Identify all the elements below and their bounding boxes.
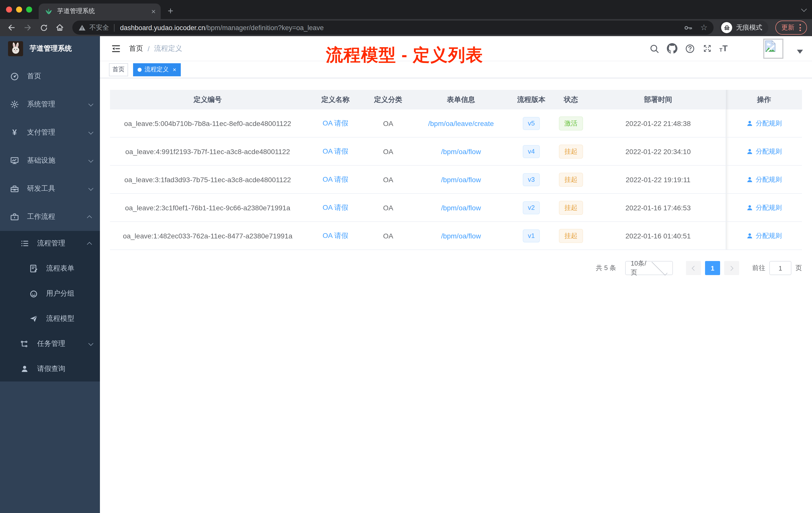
version-badge: v5 — [523, 117, 540, 130]
new-tab-button[interactable]: + — [168, 5, 173, 17]
table-body: oa_leave:5:004b710b-7b8a-11ec-8ef0-acde4… — [110, 110, 802, 250]
url-text[interactable]: dashboard.yudao.iocoder.cn/bpm/manager/d… — [120, 24, 683, 31]
column-header-definition-name: 定义名称 — [305, 90, 366, 110]
sidebar-item-workflow[interactable]: 工作流程 — [0, 203, 100, 231]
home-icon[interactable] — [53, 21, 66, 34]
tab-close-icon[interactable]: × — [151, 7, 156, 15]
breadcrumb-home[interactable]: 首页 — [129, 44, 143, 53]
definition-name-link[interactable]: OA 请假 — [323, 231, 348, 240]
search-icon[interactable] — [649, 43, 659, 54]
status-badge: 激活 — [559, 116, 583, 130]
form-info-link[interactable]: /bpm/oa/flow — [441, 232, 481, 240]
goto-unit-label: 页 — [795, 264, 802, 273]
page-size-select[interactable]: 10条/页 — [625, 261, 673, 275]
assign-rule-link[interactable]: 分配规则 — [746, 231, 782, 240]
sidebar-item-infrastructure[interactable]: 基础设施 — [0, 147, 100, 175]
tab-search-chevron-icon[interactable] — [801, 6, 807, 12]
table-row: oa_leave:4:991f2193-7b7f-11ec-a3c8-acde4… — [110, 138, 802, 165]
menu-kebab-icon[interactable] — [800, 24, 801, 31]
form-info-link[interactable]: /bpm/oa/leave/create — [428, 119, 494, 127]
address-bar[interactable]: 不安全 dashboard.yudao.iocoder.cn/bpm/manag… — [72, 21, 714, 35]
assign-rule-link[interactable]: 分配规则 — [746, 147, 782, 156]
sidebar-item-process-management[interactable]: 流程管理 — [0, 231, 100, 256]
definition-name-link[interactable]: OA 请假 — [323, 147, 348, 156]
monitor-icon — [10, 156, 19, 165]
github-icon[interactable] — [667, 43, 677, 54]
assign-rule-link[interactable]: 分配规则 — [746, 203, 782, 212]
sidebar-item-dev-tools[interactable]: 研发工具 — [0, 175, 100, 203]
goto-page-input[interactable] — [769, 261, 791, 275]
chevron-down-icon — [88, 340, 93, 345]
browser-tab[interactable]: 芋道管理系统 × — [39, 3, 161, 19]
incognito-icon — [721, 22, 732, 33]
tag-process-definition[interactable]: 流程定义 × — [133, 63, 181, 76]
user-icon — [746, 232, 753, 239]
sidebar-item-process-model[interactable]: 流程模型 — [0, 306, 100, 331]
sidebar-item-home[interactable]: 首页 — [0, 62, 100, 90]
update-button[interactable]: 更新 — [775, 21, 807, 35]
browser-window: 芋道管理系统 × + 不安全 dashboard.yudao.iocoder.c… — [0, 0, 812, 513]
sidebar-collapse-icon[interactable] — [111, 43, 121, 54]
sidebar-item-process-form[interactable]: 流程表单 — [0, 256, 100, 281]
page-number-1[interactable]: 1 — [705, 261, 720, 275]
cell-definition-id: oa_leave:2:3c1f0ef1-76b1-11ec-9c66-a2380… — [110, 194, 305, 221]
maximize-window-button[interactable] — [26, 6, 32, 12]
sidebar-item-payment-management[interactable]: ¥ 支付管理 — [0, 118, 100, 147]
avatar-dropdown-caret-icon[interactable] — [797, 50, 803, 54]
chevron-down-icon — [88, 101, 93, 106]
chevron-down-icon — [88, 129, 93, 134]
pagination: 共 5 条 10条/页 1 前往 页 — [110, 261, 802, 275]
sidebar-item-system-management[interactable]: 系统管理 — [0, 90, 100, 118]
bookmark-star-icon[interactable]: ☆ — [700, 24, 707, 32]
forward-icon[interactable] — [21, 21, 34, 34]
send-icon — [29, 314, 38, 323]
cell-definition-id: oa_leave:3:1fad3d93-7b75-11ec-a3c8-acde4… — [110, 165, 305, 193]
close-window-button[interactable] — [6, 6, 12, 12]
tag-close-icon[interactable]: × — [173, 66, 176, 73]
definition-name-link[interactable]: OA 请假 — [323, 203, 348, 212]
top-header: 首页 / 流程定义 流程模型 - 定义列表 — [100, 36, 812, 61]
next-page-button[interactable] — [724, 261, 739, 275]
cell-category: OA — [366, 194, 411, 221]
column-header-actions: 操作 — [726, 90, 802, 110]
font-size-icon[interactable]: TT — [719, 44, 728, 53]
tag-home[interactable]: 首页 — [109, 63, 128, 76]
sidebar-item-task-management[interactable]: 任务管理 — [0, 331, 100, 356]
robot-icon — [29, 289, 38, 298]
assign-rule-link[interactable]: 分配规则 — [746, 175, 782, 184]
gear-icon — [10, 100, 19, 109]
app-logo-row[interactable]: 芋道管理系统 — [0, 36, 100, 61]
user-icon — [746, 120, 753, 127]
prev-page-button[interactable] — [686, 261, 701, 275]
cell-category: OA — [366, 138, 411, 165]
sidebar-item-user-group[interactable]: 用户分组 — [0, 281, 100, 306]
breadcrumb-current: 流程定义 — [154, 44, 182, 53]
user-icon — [746, 176, 753, 183]
password-key-icon[interactable] — [683, 23, 693, 32]
definition-name-link[interactable]: OA 请假 — [323, 175, 348, 184]
minimize-window-button[interactable] — [16, 6, 22, 12]
back-icon[interactable] — [5, 21, 18, 34]
definition-name-link[interactable]: OA 请假 — [323, 119, 348, 128]
version-badge: v3 — [523, 173, 540, 186]
avatar[interactable] — [763, 38, 783, 58]
column-header-form-info: 表单信息 — [411, 90, 511, 110]
sidebar-item-leave-query[interactable]: 请假查询 — [0, 356, 100, 382]
assign-rule-link[interactable]: 分配规则 — [746, 119, 782, 128]
reload-icon[interactable] — [37, 21, 50, 34]
table-row: oa_leave:1:482ec033-762a-11ec-8477-a2380… — [110, 222, 802, 250]
form-info-link[interactable]: /bpm/oa/flow — [441, 204, 481, 212]
chevron-right-icon — [728, 266, 733, 271]
cell-definition-id: oa_leave:5:004b710b-7b8a-11ec-8ef0-acde4… — [110, 110, 305, 137]
column-header-category: 定义分类 — [366, 90, 411, 110]
form-info-link[interactable]: /bpm/oa/flow — [441, 175, 481, 183]
version-badge: v4 — [523, 145, 540, 158]
security-label[interactable]: 不安全 — [89, 23, 109, 32]
fullscreen-icon[interactable] — [702, 44, 712, 53]
help-icon[interactable] — [685, 43, 695, 54]
tab-strip: 芋道管理系统 × + — [0, 0, 812, 19]
cell-deploy-time: 2022-01-16 17:46:53 — [590, 194, 726, 221]
annotation-title: 流程模型 - 定义列表 — [326, 44, 483, 67]
form-info-link[interactable]: /bpm/oa/flow — [441, 147, 481, 155]
security-warning-icon[interactable] — [78, 24, 86, 31]
